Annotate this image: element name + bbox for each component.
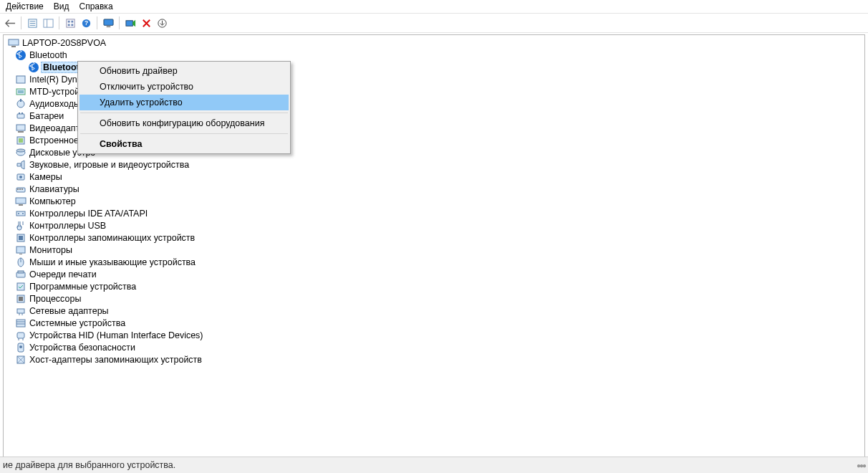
ctx-scan-hardware[interactable]: Обновить конфигурацию оборудования	[79, 115, 289, 131]
tree-label: Хост-адаптеры запоминающих устройств	[29, 355, 202, 365]
svg-rect-56	[19, 297, 23, 301]
svg-rect-8	[71, 20, 73, 22]
svg-rect-10	[71, 24, 73, 26]
tree-category[interactable]: Контроллеры запоминающих устройств	[6, 231, 864, 244]
category-icon	[15, 257, 26, 268]
tree-label: Камеры	[29, 172, 62, 182]
refresh-icon	[65, 18, 76, 29]
tree-label: Контроллеры запоминающих устройств	[29, 233, 195, 243]
tree-root-label: LAPTOP-20S8PVOA	[22, 38, 106, 48]
panes-button[interactable]	[41, 16, 55, 30]
resize-grip-icon: ●●●	[857, 462, 865, 469]
tree-label: Устройства безопасности	[29, 343, 135, 353]
svg-rect-32	[19, 138, 23, 143]
tree-category[interactable]: Очереди печати	[6, 268, 864, 280]
properties-icon	[27, 18, 38, 29]
svg-rect-13	[103, 19, 112, 24]
category-icon	[15, 342, 26, 353]
category-icon	[15, 74, 26, 85]
tree-category[interactable]: Процессоры	[6, 292, 864, 305]
tree-category[interactable]: Устройства безопасности	[6, 341, 864, 353]
bluetooth-icon	[15, 49, 26, 61]
toolbar: ?	[0, 13, 868, 33]
svg-text:?: ?	[84, 19, 87, 27]
tree-label: Системные устройства	[29, 318, 125, 328]
tree-category[interactable]: Программные устройства	[6, 280, 864, 292]
tree-category[interactable]: Компьютер	[6, 195, 864, 207]
scan-hardware-button[interactable]	[123, 16, 138, 30]
svg-rect-14	[106, 26, 110, 27]
tree-category-bluetooth[interactable]: Bluetooth	[6, 49, 864, 61]
menu-view[interactable]: Вид	[54, 1, 69, 11]
refresh-button[interactable]	[63, 16, 77, 30]
category-icon	[15, 86, 26, 97]
category-icon	[15, 171, 26, 183]
svg-rect-15	[125, 20, 132, 26]
toolbar-separator	[97, 16, 97, 29]
tree-label: Контроллеры USB	[29, 221, 106, 231]
tree-category[interactable]: Системные устройства	[6, 317, 864, 329]
category-icon	[15, 208, 26, 219]
remove-icon	[141, 18, 152, 29]
tree-category[interactable]: Мыши и иные указывающие устройства	[6, 256, 864, 268]
svg-rect-4	[43, 19, 52, 27]
remove-button[interactable]	[139, 16, 153, 30]
bluetooth-icon	[28, 62, 39, 73]
ctx-uninstall-device[interactable]: Удалить устройство	[79, 95, 289, 110]
tree-category[interactable]: Устройства HID (Human Interface Devices)	[6, 329, 864, 341]
svg-rect-40	[21, 188, 23, 190]
svg-rect-27	[19, 113, 20, 114]
category-icon	[15, 269, 26, 280]
tree-label: Мыши и иные указывающие устройства	[29, 257, 196, 267]
svg-rect-41	[16, 198, 26, 204]
category-icon	[15, 123, 26, 134]
ctx-properties[interactable]: Свойства	[79, 136, 289, 152]
menu-action[interactable]: Действие	[6, 1, 44, 11]
help-button[interactable]: ?	[79, 16, 93, 30]
tree-category[interactable]: Звуковые, игровые и видеоустройства	[6, 158, 864, 171]
tree-root[interactable]: LAPTOP-20S8PVOA	[6, 37, 864, 49]
tree-label: Звуковые, игровые и видеоустройства	[29, 160, 189, 170]
tree-label: Устройства HID (Human Interface Devices)	[29, 330, 203, 340]
svg-rect-7	[67, 20, 69, 22]
category-icon	[15, 293, 26, 305]
ctx-disable-device[interactable]: Отключить устройство	[79, 79, 289, 95]
svg-rect-54	[17, 283, 24, 290]
ctx-update-driver[interactable]: Обновить драйвер	[79, 63, 289, 79]
svg-rect-29	[16, 125, 25, 130]
tree-label: Процессоры	[29, 294, 81, 304]
properties-button[interactable]	[25, 16, 39, 30]
tree-category[interactable]: Камеры	[6, 171, 864, 183]
svg-rect-18	[11, 46, 16, 47]
download-icon	[157, 18, 168, 29]
help-icon: ?	[81, 18, 92, 29]
category-icon	[15, 98, 26, 110]
svg-rect-42	[19, 204, 23, 206]
svg-rect-39	[19, 188, 21, 190]
back-button[interactable]	[3, 16, 17, 30]
menu-help[interactable]: Справка	[79, 1, 112, 11]
svg-rect-30	[18, 131, 24, 133]
tree-category[interactable]: Мониторы	[6, 244, 864, 256]
category-icon	[15, 183, 26, 195]
tree-category[interactable]: Контроллеры USB	[6, 219, 864, 231]
tree-label: Очереди печати	[29, 269, 97, 280]
svg-rect-63	[17, 333, 24, 338]
tree-category[interactable]: Сетевые адаптеры	[6, 305, 864, 317]
monitor-button[interactable]	[101, 16, 115, 30]
category-icon	[15, 232, 26, 244]
context-menu: Обновить драйвер Отключить устройство Уд…	[77, 61, 291, 154]
tree-category[interactable]: Контроллеры IDE ATA/ATAPI	[6, 207, 864, 219]
panes-icon	[43, 18, 54, 29]
tree-label: Батареи	[29, 111, 64, 121]
ctx-separator	[80, 113, 288, 113]
ctx-separator	[80, 133, 288, 134]
tree-label: Контроллеры IDE ATA/ATAPI	[29, 209, 148, 219]
tree-category[interactable]: Клавиатуры	[6, 183, 864, 195]
tree-label: Сетевые адаптеры	[29, 306, 109, 316]
svg-rect-49	[16, 247, 25, 253]
tree-category[interactable]: Хост-адаптеры запоминающих устройств	[6, 353, 864, 366]
download-button[interactable]	[155, 16, 169, 30]
svg-rect-21	[16, 76, 25, 83]
svg-point-34	[16, 149, 25, 152]
